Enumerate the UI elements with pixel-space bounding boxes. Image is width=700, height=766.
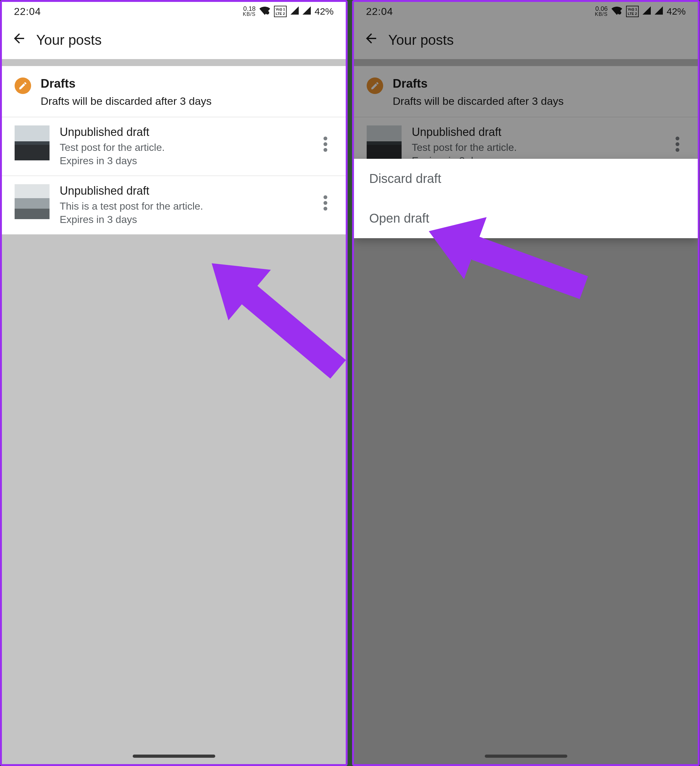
- svg-point-1: [324, 136, 327, 140]
- svg-point-4: [324, 195, 327, 199]
- more-options-button[interactable]: [318, 130, 333, 158]
- lte-badge: Vo)) 1 LTE 2: [274, 6, 287, 17]
- svg-point-5: [324, 201, 327, 205]
- page-title: Your posts: [36, 32, 101, 48]
- draft-title: Unpublished draft: [60, 125, 308, 139]
- signal-icon-2: [303, 6, 311, 17]
- svg-point-6: [324, 207, 327, 210]
- phone-left: 22:04 0.18 KB/S Vo)) 1 LTE 2 42%: [0, 0, 348, 766]
- drafts-title: Drafts: [41, 77, 212, 90]
- discard-draft-option[interactable]: Discard draft: [354, 159, 698, 198]
- svg-point-2: [324, 142, 327, 146]
- svg-point-0: [266, 11, 269, 14]
- draft-expires: Expires in 3 days: [60, 213, 308, 226]
- drafts-subtitle: Drafts will be discarded after 3 days: [41, 95, 212, 108]
- draft-expires: Expires in 3 days: [60, 154, 308, 167]
- svg-point-3: [324, 148, 327, 152]
- draft-item[interactable]: Unpublished draft Test post for the arti…: [2, 117, 346, 176]
- drafts-section-header: Drafts Drafts will be discarded after 3 …: [2, 66, 346, 117]
- signal-icon-1: [291, 6, 299, 17]
- more-options-button[interactable]: [318, 188, 333, 217]
- draft-desc: This is a test post for the article.: [60, 199, 308, 213]
- modal-scrim[interactable]: [354, 2, 698, 764]
- pencil-icon: [14, 78, 31, 94]
- status-right: 0.18 KB/S Vo)) 1 LTE 2 42%: [243, 6, 333, 17]
- wifi-icon: [259, 6, 270, 17]
- battery-percent: 42%: [314, 6, 333, 17]
- status-bar: 22:04 0.18 KB/S Vo)) 1 LTE 2 42%: [2, 2, 346, 21]
- status-time: 22:04: [14, 6, 41, 17]
- phone-right: 22:04 0.06 KB/S Vo)) 1 LTE 2 42%: [352, 0, 700, 766]
- home-indicator[interactable]: [485, 755, 567, 758]
- toolbar: Your posts: [2, 21, 346, 59]
- draft-desc: Test post for the article.: [60, 141, 308, 154]
- home-indicator[interactable]: [133, 755, 215, 758]
- draft-thumbnail: [14, 184, 49, 219]
- draft-thumbnail: [14, 125, 49, 160]
- divider-strip: [2, 59, 346, 66]
- back-arrow-icon[interactable]: [11, 31, 27, 49]
- network-speed: 0.18 KB/S: [243, 6, 256, 17]
- draft-item[interactable]: Unpublished draft This is a test post fo…: [2, 176, 346, 234]
- draft-title: Unpublished draft: [60, 184, 308, 198]
